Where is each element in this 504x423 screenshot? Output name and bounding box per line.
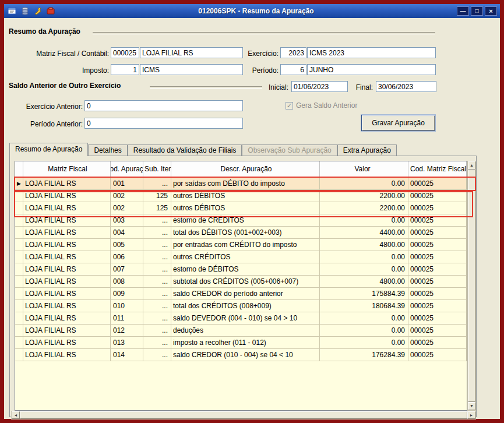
- cell-cod_matriz[interactable]: 000025: [408, 276, 467, 288]
- table-row[interactable]: LOJA FILIAL RS010...total dos CRÉDITOS (…: [15, 300, 467, 312]
- column-header-id-sub-item[interactable]: Id Sub. Item: [143, 161, 171, 178]
- column-header-cod-apuracao[interactable]: Cod. Apuração: [111, 161, 143, 178]
- cell-valor[interactable]: 0.00: [320, 251, 408, 263]
- horizontal-scroll-thumb[interactable]: [20, 411, 467, 419]
- gravar-apuracao-button[interactable]: Gravar Apuração: [361, 115, 435, 131]
- inicial-date-input[interactable]: [291, 81, 348, 92]
- cell-descr[interactable]: estorno de DÉBITOS: [171, 263, 320, 276]
- cell-id_sub[interactable]: ...: [143, 276, 171, 288]
- cell-valor[interactable]: 0.00: [320, 214, 408, 227]
- cell-valor[interactable]: 180684.39: [320, 300, 408, 312]
- vertical-scroll-thumb[interactable]: [468, 170, 475, 402]
- cell-matriz[interactable]: LOJA FILIAL RS: [23, 349, 111, 361]
- cell-cod[interactable]: 005: [111, 239, 143, 251]
- cell-valor[interactable]: 176284.39: [320, 349, 408, 361]
- cell-cod_matriz[interactable]: 000025: [408, 325, 467, 337]
- scroll-right-icon[interactable]: ►: [467, 411, 475, 419]
- minimize-button[interactable]: —: [457, 6, 469, 16]
- cell-valor[interactable]: 4400.00: [320, 227, 408, 239]
- table-row[interactable]: LOJA FILIAL RS009...saldo CREDOR do perí…: [15, 288, 467, 300]
- matriz-name-input[interactable]: [140, 47, 243, 58]
- cell-descr[interactable]: deduções: [171, 325, 320, 337]
- cell-id_sub[interactable]: ...: [143, 239, 171, 251]
- cell-descr[interactable]: subtotal dos CRÉDITOS (005+006+007): [171, 276, 320, 288]
- wrench-icon[interactable]: [33, 6, 43, 16]
- cell-cod[interactable]: 014: [111, 349, 143, 361]
- red-toolbox-icon[interactable]: [46, 6, 55, 16]
- cell-id_sub[interactable]: 125: [143, 202, 171, 214]
- tab-extra-apuracao[interactable]: Extra Apuração: [337, 144, 397, 156]
- table-row[interactable]: LOJA FILIAL RS007...estorno de DÉBITOS0.…: [15, 263, 467, 276]
- cell-cod[interactable]: 006: [111, 251, 143, 263]
- table-row[interactable]: ▶LOJA FILIAL RS001...por saídas com DÉBI…: [15, 178, 467, 190]
- scroll-down-icon[interactable]: ▼: [468, 402, 475, 410]
- cell-cod[interactable]: 007: [111, 263, 143, 276]
- cell-id_sub[interactable]: ...: [143, 178, 171, 190]
- cell-matriz[interactable]: LOJA FILIAL RS: [23, 178, 111, 190]
- scroll-left-icon[interactable]: ◄: [12, 411, 20, 419]
- cell-matriz[interactable]: LOJA FILIAL RS: [23, 325, 111, 337]
- exercicio-anterior-input[interactable]: [84, 100, 243, 111]
- close-button[interactable]: ×: [485, 6, 497, 16]
- cell-descr[interactable]: outros CRÉDITOS: [171, 251, 320, 263]
- cell-id_sub[interactable]: ...: [143, 312, 171, 325]
- cell-valor[interactable]: 0.00: [320, 325, 408, 337]
- table-row[interactable]: LOJA FILIAL RS004...total dos DÉBITOS (0…: [15, 227, 467, 239]
- table-row[interactable]: LOJA FILIAL RS014...saldo CREDOR (010 - …: [15, 349, 467, 361]
- scroll-up-icon[interactable]: ▲: [468, 161, 475, 170]
- cell-id_sub[interactable]: ...: [143, 214, 171, 227]
- cell-id_sub[interactable]: ...: [143, 227, 171, 239]
- table-row[interactable]: LOJA FILIAL RS005...por entradas com CRÉ…: [15, 239, 467, 251]
- cell-cod[interactable]: 010: [111, 300, 143, 312]
- cell-id_sub[interactable]: ...: [143, 288, 171, 300]
- column-header-matriz-fiscal[interactable]: Matriz Fiscal: [23, 161, 111, 178]
- exercicio-code-input[interactable]: [280, 47, 306, 58]
- cell-descr[interactable]: imposto a recolher (011 - 012): [171, 337, 320, 349]
- cell-descr[interactable]: estorno de CRÉDITOS: [171, 214, 320, 227]
- cell-cod_matriz[interactable]: 000025: [408, 337, 467, 349]
- table-row[interactable]: LOJA FILIAL RS011...saldo DEVEDOR (004 -…: [15, 312, 467, 325]
- cell-cod_matriz[interactable]: 000025: [408, 227, 467, 239]
- grid-body[interactable]: ▶LOJA FILIAL RS001...por saídas com DÉBI…: [15, 178, 467, 361]
- cell-cod_matriz[interactable]: 000025: [408, 202, 467, 214]
- exercicio-name-input[interactable]: [307, 47, 436, 58]
- cell-matriz[interactable]: LOJA FILIAL RS: [23, 214, 111, 227]
- horizontal-scrollbar[interactable]: ◄ ►: [11, 411, 476, 420]
- gera-saldo-checkbox[interactable]: ✓ Gera Saldo Anterior: [286, 101, 357, 110]
- column-header-valor[interactable]: Valor: [320, 161, 408, 178]
- cell-cod_matriz[interactable]: 000025: [408, 312, 467, 325]
- cell-valor[interactable]: 0.00: [320, 263, 408, 276]
- column-header-cod-matriz-fiscal[interactable]: Cod. Matriz Fiscal: [408, 161, 467, 178]
- cell-valor[interactable]: 2200.00: [320, 202, 408, 214]
- maximize-button[interactable]: □: [471, 6, 483, 16]
- cell-descr[interactable]: outros DÉBITOS: [171, 190, 320, 202]
- cell-valor[interactable]: 0.00: [320, 178, 408, 190]
- tab-detalhes[interactable]: Detalhes: [88, 144, 127, 156]
- cell-valor[interactable]: 0.00: [320, 337, 408, 349]
- cell-id_sub[interactable]: ...: [143, 263, 171, 276]
- table-row[interactable]: LOJA FILIAL RS013...imposto a recolher (…: [15, 337, 467, 349]
- cell-descr[interactable]: total dos CRÉDITOS (008+009): [171, 300, 320, 312]
- table-row[interactable]: LOJA FILIAL RS003...estorno de CRÉDITOS0…: [15, 214, 467, 227]
- cell-id_sub[interactable]: ...: [143, 325, 171, 337]
- cell-id_sub[interactable]: ...: [143, 349, 171, 361]
- cell-cod[interactable]: 002: [111, 190, 143, 202]
- cell-cod_matriz[interactable]: 000025: [408, 300, 467, 312]
- cell-matriz[interactable]: LOJA FILIAL RS: [23, 227, 111, 239]
- periodo-anterior-input[interactable]: [84, 118, 243, 129]
- cell-cod_matriz[interactable]: 000025: [408, 263, 467, 276]
- cell-id_sub[interactable]: ...: [143, 300, 171, 312]
- final-date-input[interactable]: [376, 81, 436, 92]
- cell-cod[interactable]: 002: [111, 202, 143, 214]
- cell-cod_matriz[interactable]: 000025: [408, 239, 467, 251]
- table-row[interactable]: LOJA FILIAL RS006...outros CRÉDITOS0.000…: [15, 251, 467, 263]
- periodo-name-input[interactable]: [307, 64, 436, 75]
- cell-descr[interactable]: saldo DEVEDOR (004 - 010) se 04 > 10: [171, 312, 320, 325]
- cell-cod[interactable]: 011: [111, 312, 143, 325]
- cell-cod[interactable]: 008: [111, 276, 143, 288]
- cell-cod_matriz[interactable]: 000025: [408, 178, 467, 190]
- cell-descr[interactable]: total dos DÉBITOS (001+002+003): [171, 227, 320, 239]
- cell-valor[interactable]: 2200.00: [320, 190, 408, 202]
- cell-cod[interactable]: 013: [111, 337, 143, 349]
- cell-cod[interactable]: 012: [111, 325, 143, 337]
